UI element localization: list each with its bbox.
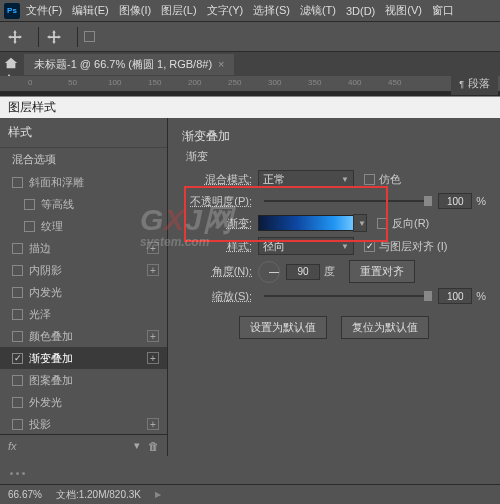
menu-edit[interactable]: 编辑(E) [72,3,109,18]
add-effect-icon[interactable]: + [147,264,159,276]
style-item-3[interactable]: 描边+ [0,237,167,259]
menu-3d[interactable]: 3D(D) [346,5,375,17]
style-label: 样式: [182,239,252,254]
horizontal-ruler: 0 50 100 150 200 250 300 350 400 450 [0,76,500,92]
trash-icon[interactable]: 🗑 [148,440,159,452]
styles-list: 斜面和浮雕等高线纹理描边+内阴影+内发光光泽颜色叠加+✓渐变叠加+图案叠加外发光… [0,171,167,434]
style-item-9[interactable]: 图案叠加 [0,369,167,391]
dither-label: 仿色 [379,172,401,187]
style-item-0[interactable]: 斜面和浮雕 [0,171,167,193]
menubar: Ps 文件(F) 编辑(E) 图像(I) 图层(L) 文字(Y) 选择(S) 滤… [0,0,500,22]
menu-layer[interactable]: 图层(L) [161,3,196,18]
style-item-7[interactable]: 颜色叠加+ [0,325,167,347]
reverse-checkbox[interactable] [377,218,388,229]
add-effect-icon[interactable]: + [147,330,159,342]
style-checkbox[interactable] [12,375,23,386]
menu-image[interactable]: 图像(I) [119,3,151,18]
style-item-10[interactable]: 外发光 [0,391,167,413]
reset-align-button[interactable]: 重置对齐 [349,260,415,283]
style-item-5[interactable]: 内发光 [0,281,167,303]
move-tool-icon[interactable] [6,28,24,46]
style-item-label: 描边 [29,241,51,256]
style-item-label: 颜色叠加 [29,329,73,344]
style-item-label: 图案叠加 [29,373,73,388]
style-checkbox[interactable] [12,177,23,188]
angle-dial[interactable] [258,261,280,283]
opacity-slider[interactable] [264,194,432,208]
blending-options[interactable]: 混合选项 [0,148,167,171]
gradient-dropdown-arrow[interactable]: ▼ [353,214,367,232]
layer-style-dialog: 样式 混合选项 斜面和浮雕等高线纹理描边+内阴影+内发光光泽颜色叠加+✓渐变叠加… [0,118,500,456]
status-zoom[interactable]: 66.67% [8,489,42,500]
opacity-input[interactable] [438,193,472,209]
style-item-1[interactable]: 等高线 [0,193,167,215]
document-tabbar: 未标题-1 @ 66.7% (椭圆 1, RGB/8#) × [0,52,500,76]
style-item-label: 纹理 [41,219,63,234]
add-effect-icon[interactable]: + [147,418,159,430]
add-effect-icon[interactable]: + [147,242,159,254]
style-checkbox[interactable] [24,221,35,232]
style-checkbox[interactable] [12,287,23,298]
style-checkbox[interactable]: ✓ [12,353,23,364]
style-item-label: 内发光 [29,285,62,300]
reverse-label: 反向(R) [392,216,429,231]
style-item-6[interactable]: 光泽 [0,303,167,325]
fx-menu-icon[interactable]: ▾ [134,439,140,452]
style-checkbox[interactable] [12,331,23,342]
style-item-2[interactable]: 纹理 [0,215,167,237]
menu-window[interactable]: 窗口 [432,3,454,18]
separator [38,27,39,47]
menu-select[interactable]: 选择(S) [253,3,290,18]
align-checkbox[interactable]: ✓ [364,241,375,252]
angle-input[interactable] [286,264,320,280]
gradient-overlay-options: 渐变叠加 渐变 混合模式: 正常▼ 仿色 不透明度(P): % 渐变: ▼ 反 [168,118,500,456]
scale-label: 缩放(S): [182,289,252,304]
menu-type[interactable]: 文字(Y) [207,3,244,18]
move-option-icon[interactable] [45,28,63,46]
blend-mode-dropdown[interactable]: 正常▼ [258,170,354,188]
styles-header: 样式 [0,118,167,148]
style-item-11[interactable]: 投影+ [0,413,167,434]
style-item-8[interactable]: ✓渐变叠加+ [0,347,167,369]
style-item-label: 光泽 [29,307,51,322]
style-checkbox[interactable] [12,243,23,254]
document-tab-title: 未标题-1 @ 66.7% (椭圆 1, RGB/8#) [34,57,212,72]
style-checkbox[interactable] [12,265,23,276]
style-checkbox[interactable] [24,199,35,210]
separator [77,27,78,47]
style-checkbox[interactable] [12,309,23,320]
angle-unit: 度 [324,264,335,279]
menu-view[interactable]: 视图(V) [385,3,422,18]
home-icon[interactable] [4,56,20,72]
layer-style-dialog-title: 图层样式 [0,96,500,118]
status-bar: 66.67% 文档:1.20M/820.3K ▶ [0,484,500,504]
scale-input[interactable] [438,288,472,304]
blend-mode-label: 混合模式: [182,172,252,187]
style-item-label: 内阴影 [29,263,62,278]
scale-slider[interactable] [264,289,432,303]
section-title: 渐变叠加 [182,128,486,145]
reset-default-button[interactable]: 复位为默认值 [341,316,429,339]
subsection-title: 渐变 [186,149,486,164]
close-tab-icon[interactable]: × [218,58,224,70]
auto-select-checkbox[interactable] [84,31,95,42]
menu-file[interactable]: 文件(F) [26,3,62,18]
gradient-label: 渐变: [182,216,252,231]
fx-icon[interactable]: fx [8,440,17,452]
style-item-4[interactable]: 内阴影+ [0,259,167,281]
style-item-label: 等高线 [41,197,74,212]
style-dropdown[interactable]: 径向▼ [258,237,354,255]
dither-checkbox[interactable] [364,174,375,185]
style-item-label: 渐变叠加 [29,351,73,366]
document-tab[interactable]: 未标题-1 @ 66.7% (椭圆 1, RGB/8#) × [24,54,234,75]
style-checkbox[interactable] [12,397,23,408]
style-item-label: 外发光 [29,395,62,410]
gradient-preview[interactable] [258,215,354,231]
paragraph-panel-tab[interactable]: ¶ 段落 [451,72,498,95]
styles-column: 样式 混合选项 斜面和浮雕等高线纹理描边+内阴影+内发光光泽颜色叠加+✓渐变叠加… [0,118,168,456]
menu-filter[interactable]: 滤镜(T) [300,3,336,18]
set-default-button[interactable]: 设置为默认值 [239,316,327,339]
style-checkbox[interactable] [12,419,23,430]
add-effect-icon[interactable]: + [147,352,159,364]
ps-logo: Ps [4,3,20,19]
